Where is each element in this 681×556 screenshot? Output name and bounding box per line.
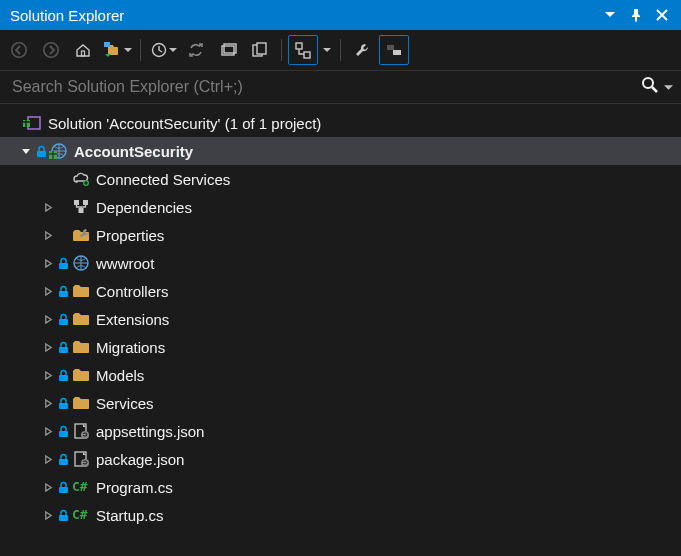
svg-rect-23: [59, 347, 68, 353]
tree-item-migrations[interactable]: Migrations: [0, 333, 681, 361]
project-label: AccountSecurity: [74, 143, 193, 160]
tree-item-label: Properties: [96, 227, 164, 244]
tree-item-properties[interactable]: Properties: [0, 221, 681, 249]
web-project-icon: [48, 142, 70, 160]
pin-button[interactable]: [623, 2, 649, 28]
lock-icon: [56, 341, 70, 354]
tree-item-models[interactable]: Models: [0, 361, 681, 389]
json-icon: [70, 422, 92, 440]
cs-icon: [70, 478, 92, 496]
tree-item-dependencies[interactable]: Dependencies: [0, 193, 681, 221]
show-all-files-button[interactable]: [245, 35, 275, 65]
expand-arrow-icon[interactable]: [40, 221, 56, 249]
chevron-down-icon[interactable]: [320, 46, 334, 54]
svg-rect-12: [393, 50, 401, 55]
lock-icon: [56, 313, 70, 326]
pending-changes-button[interactable]: [147, 35, 179, 65]
preview-button[interactable]: [379, 35, 409, 65]
lock-icon: [56, 453, 70, 466]
tree-item-wwwroot[interactable]: wwwroot: [0, 249, 681, 277]
expand-arrow-icon[interactable]: [40, 389, 56, 417]
expand-arrow-icon[interactable]: [40, 445, 56, 473]
search-options-dropdown[interactable]: [664, 78, 673, 96]
tree-item-label: Program.cs: [96, 479, 173, 496]
back-button[interactable]: [4, 35, 34, 65]
svg-rect-20: [59, 263, 68, 269]
svg-rect-28: [59, 487, 68, 493]
svg-rect-29: [59, 515, 68, 521]
preview-selected-button[interactable]: [288, 35, 318, 65]
expand-arrow-icon[interactable]: [40, 305, 56, 333]
folder-icon: [70, 366, 92, 384]
properties-button[interactable]: [347, 35, 377, 65]
collapse-icon: [219, 41, 237, 59]
toolbar-separator: [340, 39, 341, 61]
expand-arrow-icon[interactable]: [40, 501, 56, 529]
window-options-button[interactable]: [597, 2, 623, 28]
svg-point-14: [643, 78, 653, 88]
tree-item-label: Services: [96, 395, 154, 412]
expand-arrow-icon[interactable]: [40, 473, 56, 501]
expand-arrow-icon[interactable]: [40, 417, 56, 445]
history-icon: [150, 41, 168, 59]
svg-rect-26: [59, 431, 68, 437]
collapse-all-button[interactable]: [213, 35, 243, 65]
folder-icon: [70, 282, 92, 300]
cloud-icon: [70, 170, 92, 188]
tree-item-label: Startup.cs: [96, 507, 164, 524]
expand-arrow-icon[interactable]: [40, 333, 56, 361]
toolbar-separator: [140, 39, 141, 61]
tree-item-extensions[interactable]: Extensions: [0, 305, 681, 333]
expand-arrow-icon[interactable]: [40, 249, 56, 277]
collapse-arrow-icon[interactable]: [18, 137, 34, 165]
forward-button[interactable]: [36, 35, 66, 65]
svg-rect-24: [59, 375, 68, 381]
tree-item-label: appsettings.json: [96, 423, 204, 440]
search-bar: [0, 70, 681, 104]
switch-views-button[interactable]: [100, 35, 134, 65]
svg-point-1: [44, 43, 58, 57]
folder-icon: [70, 338, 92, 356]
expand-arrow-icon[interactable]: [40, 277, 56, 305]
tree-item-label: Controllers: [96, 283, 169, 300]
expand-arrow-icon[interactable]: [40, 361, 56, 389]
tree-item-label: Connected Services: [96, 171, 230, 188]
tree-item-appsettings-json[interactable]: appsettings.json: [0, 417, 681, 445]
lock-icon: [56, 509, 70, 522]
lock-icon: [56, 481, 70, 494]
tree-item-services[interactable]: Services: [0, 389, 681, 417]
lock-icon: [56, 425, 70, 438]
tree-item-package-json[interactable]: package.json: [0, 445, 681, 473]
tree-item-label: wwwroot: [96, 255, 154, 272]
project-node[interactable]: AccountSecurity: [0, 137, 681, 165]
svg-rect-4: [104, 42, 110, 47]
solution-node[interactable]: Solution 'AccountSecurity' (1 of 1 proje…: [0, 109, 681, 137]
home-button[interactable]: [68, 35, 98, 65]
wrench-folder-icon: [70, 226, 92, 244]
deps-icon: [70, 198, 92, 216]
expand-arrow-icon[interactable]: [40, 193, 56, 221]
sync-button[interactable]: [181, 35, 211, 65]
tree-item-startup-cs[interactable]: Startup.cs: [0, 501, 681, 529]
close-button[interactable]: [649, 2, 675, 28]
lock-icon: [34, 145, 48, 158]
tree-node-icon: [294, 41, 312, 59]
search-icon[interactable]: [640, 75, 660, 99]
svg-point-0: [12, 43, 26, 57]
chevron-down-icon: [123, 46, 133, 54]
svg-rect-27: [59, 459, 68, 465]
svg-rect-25: [59, 403, 68, 409]
home-icon: [74, 41, 92, 59]
svg-rect-9: [257, 43, 266, 54]
search-input[interactable]: [12, 78, 640, 96]
tree-item-connected-services[interactable]: Connected Services: [0, 165, 681, 193]
lock-icon: [56, 369, 70, 382]
svg-rect-22: [59, 319, 68, 325]
expand-arrow-icon: [40, 165, 56, 193]
globe-icon: [70, 254, 92, 272]
tree-item-label: Migrations: [96, 339, 165, 356]
lock-icon: [56, 397, 70, 410]
tree-item-controllers[interactable]: Controllers: [0, 277, 681, 305]
tree-item-program-cs[interactable]: Program.cs: [0, 473, 681, 501]
svg-rect-17: [37, 151, 46, 157]
